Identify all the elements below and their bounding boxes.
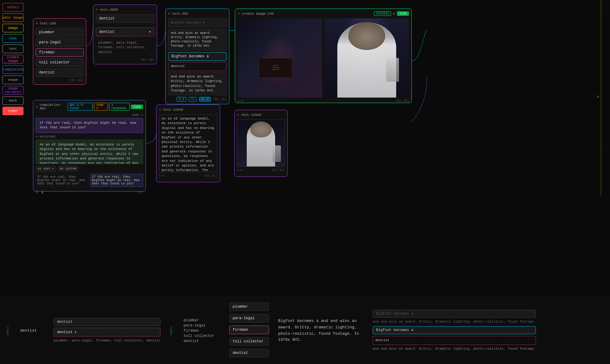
node-create-image145-title: create image-145 <box>242 12 274 16</box>
role-selectors: as user ▾ as system <box>36 166 143 172</box>
text592-placeholder: Bigfoot becomes a <box>168 18 227 27</box>
node-text109-footer: tbl all <box>36 79 84 82</box>
temp-tag: temp 1 <box>94 103 108 111</box>
node-text1283d-close[interactable]: ✕ <box>159 107 161 112</box>
sidebar-item-shape[interactable]: shape <box>2 76 23 84</box>
role-user-select[interactable]: as user ▾ <box>36 166 56 172</box>
bottom-bigfoot-selected[interactable]: Bigfoot becomes a <box>373 326 536 334</box>
list-item-toll: toll collector <box>184 334 220 338</box>
bottom-dentist-summary: plumber, para-legal, fireman, toll colle… <box>54 338 160 343</box>
branch-icon[interactable]: ⑂ <box>36 190 38 195</box>
sidebar-item-completion[interactable]: completion <box>2 65 23 74</box>
bottom-dentist-dropdown[interactable]: dentist ▾ <box>54 328 160 337</box>
bottom-dentist-select-block: dentist dentist ▾ plumber, para-legal, f… <box>54 318 160 343</box>
btn-toll[interactable]: toll collector <box>229 337 269 346</box>
node-text205d: ✕ text-205d dentist dentist ▾ plumber, p… <box>93 5 157 64</box>
bottom-bigfoot-dashed: dentist <box>373 336 536 345</box>
text205d-placeholder: dentist <box>96 14 154 23</box>
btn-fireman[interactable]: fireman <box>229 326 269 334</box>
node-text1283d-title: text-1283d <box>163 108 183 112</box>
bottom-bigfoot-text: Bigfoot becomes a and and wins an award.… <box>278 318 364 343</box>
node-completion802-close[interactable]: ✕ <box>36 105 38 109</box>
sidebar-item-mask[interactable]: mask <box>2 96 23 105</box>
download-icon[interactable]: ⬇ <box>41 190 44 195</box>
bottom-bigfoot-summary: and and wins an award. Gritty, dramatic … <box>373 319 536 324</box>
node-text592-header: ✕ text-592 <box>168 11 227 16</box>
node-text1293d-close[interactable]: ✕ <box>237 112 239 117</box>
role-system-select[interactable]: as system <box>58 166 78 172</box>
image-area: AWARDFIREMANBIGFOOT <box>238 18 409 98</box>
btn-paralegal[interactable]: para-legal <box>229 314 269 323</box>
right-edge-panel <box>601 0 610 195</box>
node-text592-footer: k-2 +1 lr-2 tbl all <box>168 97 227 102</box>
bottom-jobs-buttons: plumber para-legal fireman toll collecto… <box>229 302 269 359</box>
list-item[interactable]: para-legal <box>36 38 84 47</box>
panel-close[interactable]: ✕ <box>597 94 599 99</box>
node-create-image145-header: ✕ create image-145 512x512 ↻ live <box>238 11 409 16</box>
node-text205d-close[interactable]: ✕ <box>96 7 98 12</box>
node-completion802-title: completion-802 <box>40 103 66 110</box>
completion-footer-icons: ⑂ ⬇ tbl <box>36 189 143 195</box>
sidebar-item-chat[interactable]: chat <box>2 34 23 43</box>
image-left: AWARDFIREMANBIGFOOT <box>238 18 322 98</box>
list-item[interactable]: fireman <box>36 48 84 57</box>
bottom-jobs-list: plumber para-legal fireman toll collecto… <box>184 318 220 343</box>
preview-right: If YOU are real, then Bigfoot might be r… <box>90 174 143 187</box>
node-text1283d-footer: k-0 tbl all <box>159 174 217 177</box>
sidebar-item-text[interactable]: text <box>2 45 23 53</box>
list-item-paralegal: para-legal <box>184 323 220 328</box>
sidebar-item-edit-image[interactable]: edit image <box>2 13 23 22</box>
text205d-summary: plumber, para-legal, fireman, toll colle… <box>96 39 154 56</box>
bigfoot-paragraph: Bigfoot becomes a and and wins an award.… <box>278 318 364 343</box>
image-right <box>325 18 409 98</box>
node-text109-header: ✕ text-109 <box>36 21 84 26</box>
live-tag: live <box>131 105 143 109</box>
live-tag: live <box>397 11 409 16</box>
refresh-icon[interactable]: ↻ <box>393 12 395 16</box>
node-text1283d-header: ✕ text-1283d <box>159 107 217 112</box>
bottom-label-mid: empty <box>170 326 173 335</box>
node-text1293d-footer: n-0 tbl all <box>237 169 285 172</box>
model-tag: gpt-3.5-turbo <box>68 103 93 111</box>
text592-selected[interactable]: Bigfoot becomes a <box>168 52 227 61</box>
text592-dashed: dentist <box>168 62 227 71</box>
node-text205d-footer: tbl all <box>96 58 154 62</box>
sidebar-item-image-variants[interactable]: image variants <box>2 86 23 95</box>
list-item-fireman: fireman <box>184 329 220 333</box>
node-text109: ✕ text-109 plumber para-legal fireman to… <box>33 18 86 85</box>
responses-tag: 1 response <box>109 103 130 111</box>
preview-section: If YOU are real, then Bigfoot might be r… <box>36 174 143 187</box>
text205d-select[interactable]: dentist ▾ <box>96 27 154 36</box>
bottom-bigfoot-input[interactable]: Bigfoot becomes a <box>373 310 536 318</box>
sidebar-item-timer[interactable]: timer <box>2 107 23 115</box>
btn-plumber[interactable]: plumber <box>229 302 269 311</box>
bottom-bigfoot-bottom: and and wins an award. Gritty, dramatic … <box>373 347 536 351</box>
sidebar-item-image[interactable]: image <box>2 24 23 32</box>
node-text592: ✕ text-592 Bigfoot becomes a and and win… <box>165 9 229 104</box>
sidebar: safety edit image image chat text create… <box>0 0 26 195</box>
node-text205d-title: text-205d <box>100 8 118 12</box>
preview-left: If YOU are real, then Bigfoot might be r… <box>36 174 88 187</box>
node-text592-close[interactable]: ✕ <box>168 11 170 16</box>
node-completion802-header: ✕ completion-802 gpt-3.5-turbo temp 1 1 … <box>36 103 143 111</box>
sidebar-item-safety[interactable]: safety <box>2 3 23 12</box>
list-item[interactable]: toll collector <box>36 58 84 67</box>
list-item[interactable]: dentist <box>36 68 84 77</box>
node-text1283d: ✕ text-1283d As an AI language model, my… <box>156 105 220 182</box>
btn-dentist[interactable]: dentist <box>229 349 269 357</box>
list-item-plumber: plumber <box>184 318 220 323</box>
bottom-label-left: empty <box>6 326 9 335</box>
node-text1293d-title: text-1293d <box>241 113 261 117</box>
bottom-dentist-text: dentist <box>20 328 45 333</box>
bottom-dentist-label: dentist <box>20 328 45 333</box>
list-item[interactable]: plumber <box>36 28 84 37</box>
text1293d-image <box>237 120 285 167</box>
user-label: user ✕ <box>36 113 143 117</box>
assistant-message: As an AI language model, my existence is… <box>36 140 143 164</box>
bottom-bigfoot-select: Bigfoot becomes a and and wins an award.… <box>373 310 536 351</box>
bottom-dentist-input[interactable]: dentist <box>54 318 160 326</box>
sidebar-item-create-image[interactable]: create image <box>2 55 23 63</box>
node-text109-close[interactable]: ✕ <box>36 21 38 26</box>
bottom-section: empty dentist dentist dentist ▾ plumber,… <box>0 297 610 364</box>
node-create-image145-close[interactable]: ✕ <box>238 11 240 16</box>
